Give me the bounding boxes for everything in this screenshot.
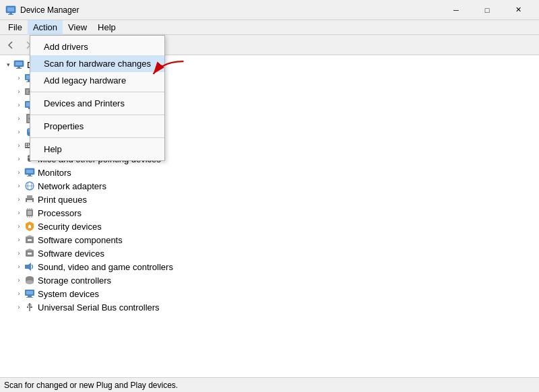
menu-bar: File Action View Help [0, 20, 539, 35]
expand-sound: › [13, 261, 24, 272]
svg-rect-75 [28, 296, 32, 297]
svg-rect-81 [30, 306, 32, 308]
root-computer-icon [13, 59, 24, 70]
expand-keyboard: › [13, 140, 24, 151]
menu-properties[interactable]: Properties [30, 118, 164, 135]
svg-rect-32 [26, 143, 27, 145]
label-system: System devices [38, 289, 99, 299]
tree-item-system[interactable]: › System devices [0, 287, 539, 300]
close-button[interactable]: ✕ [503, 0, 534, 20]
title-bar-left: Device Manager [5, 5, 79, 15]
expand-firmware: › [13, 113, 24, 124]
menu-add-legacy[interactable]: Add legacy hardware [30, 72, 164, 89]
svg-rect-44 [28, 174, 31, 176]
svg-rect-54 [28, 211, 32, 215]
menu-scan-hardware[interactable]: Scan for hardware changes [30, 55, 164, 72]
expand-security: › [13, 221, 24, 232]
svg-point-80 [27, 306, 28, 308]
label-usb: Universal Serial Bus controllers [38, 302, 160, 313]
label-print: Print queues [38, 195, 87, 205]
app-icon [5, 5, 16, 15]
svg-rect-51 [27, 200, 32, 203]
toolbar-back[interactable] [3, 37, 19, 53]
dropdown-sep-1 [30, 92, 164, 92]
menu-help-action[interactable]: Help [30, 141, 164, 158]
svg-marker-69 [25, 263, 31, 271]
svg-rect-52 [28, 199, 29, 201]
tree-item-usb[interactable]: › Universal Serial Bus controllers [0, 300, 539, 314]
svg-point-72 [26, 280, 34, 284]
svg-rect-13 [16, 68, 22, 69]
menu-help[interactable]: Help [92, 20, 121, 35]
label-softcomp: Software components [38, 235, 123, 245]
icon-system [24, 288, 35, 299]
expand-display: › [13, 100, 24, 110]
svg-rect-33 [28, 143, 29, 145]
dropdown-sep-3 [30, 137, 164, 138]
tree-item-print[interactable]: › Print queues [0, 193, 539, 206]
status-text: Scan for changed or new Plug and Play de… [4, 381, 178, 390]
title-bar-controls: ─ □ ✕ [441, 0, 534, 20]
icon-cpu [24, 207, 35, 218]
menu-area: File Action View Help Add drivers Scan f… [0, 20, 539, 35]
expand-hid: › [13, 127, 24, 137]
tree-item-storage[interactable]: › Storage controllers [0, 273, 539, 287]
svg-rect-45 [27, 176, 32, 176]
svg-rect-11 [15, 62, 22, 65]
svg-rect-65 [28, 239, 32, 241]
icon-storage [24, 275, 35, 286]
action-dropdown: Add drivers Scan for hardware changes Ad… [30, 35, 165, 161]
svg-rect-74 [26, 291, 33, 294]
expand-mice: › [13, 154, 24, 164]
expand-monitors: › [13, 167, 24, 178]
icon-usb [24, 302, 35, 313]
svg-point-62 [29, 225, 31, 227]
label-sound: Sound, video and game controllers [38, 262, 173, 272]
tree-item-softdev[interactable]: › Software devices [0, 247, 539, 260]
menu-action[interactable]: Action [28, 20, 63, 35]
svg-rect-3 [8, 14, 13, 15]
icon-print [24, 194, 35, 205]
label-security: Security devices [38, 222, 102, 232]
root-expand-icon: ▾ [3, 59, 13, 70]
icon-monitor [24, 167, 35, 178]
label-network: Network adapters [38, 181, 106, 191]
menu-devices-printers[interactable]: Devices and Printers [30, 95, 164, 112]
expand-system: › [13, 288, 24, 299]
tree-item-network[interactable]: › Network adapters [0, 179, 539, 193]
expand-print: › [13, 194, 24, 205]
svg-rect-36 [26, 145, 27, 147]
svg-rect-50 [27, 195, 32, 199]
window-title: Device Manager [20, 5, 79, 15]
svg-rect-2 [9, 13, 12, 14]
tree-item-softcomp[interactable]: › Software components [0, 233, 539, 247]
menu-file[interactable]: File [3, 20, 28, 35]
tree-item-processors[interactable]: › Processors [0, 206, 539, 220]
expand-disk: › [13, 86, 24, 97]
icon-sound [24, 261, 35, 272]
minimize-button[interactable]: ─ [441, 0, 472, 20]
tree-item-monitors[interactable]: › Monitors [0, 166, 539, 179]
status-bar: Scan for changed or new Plug and Play de… [0, 377, 539, 392]
expand-storage: › [13, 275, 24, 286]
dropdown-sep-2 [30, 115, 164, 115]
svg-rect-43 [26, 170, 33, 173]
svg-rect-68 [28, 253, 32, 255]
svg-marker-79 [28, 303, 31, 304]
svg-marker-64 [25, 235, 34, 237]
svg-rect-76 [26, 297, 33, 298]
icon-softcomp [24, 234, 35, 245]
icon-softdev [24, 248, 35, 259]
menu-add-drivers[interactable]: Add drivers [30, 38, 164, 55]
icon-security [24, 221, 35, 232]
tree-item-security[interactable]: › Security devices [0, 220, 539, 233]
label-storage: Storage controllers [38, 275, 111, 286]
expand-usb: › [13, 302, 24, 313]
icon-network [24, 181, 35, 191]
menu-view[interactable]: View [63, 20, 92, 35]
label-processors: Processors [38, 208, 82, 218]
expand-softdev: › [13, 248, 24, 259]
tree-item-sound[interactable]: › Sound, video and game controllers [0, 260, 539, 273]
maximize-button[interactable]: □ [472, 0, 503, 20]
label-monitors: Monitors [38, 168, 71, 178]
